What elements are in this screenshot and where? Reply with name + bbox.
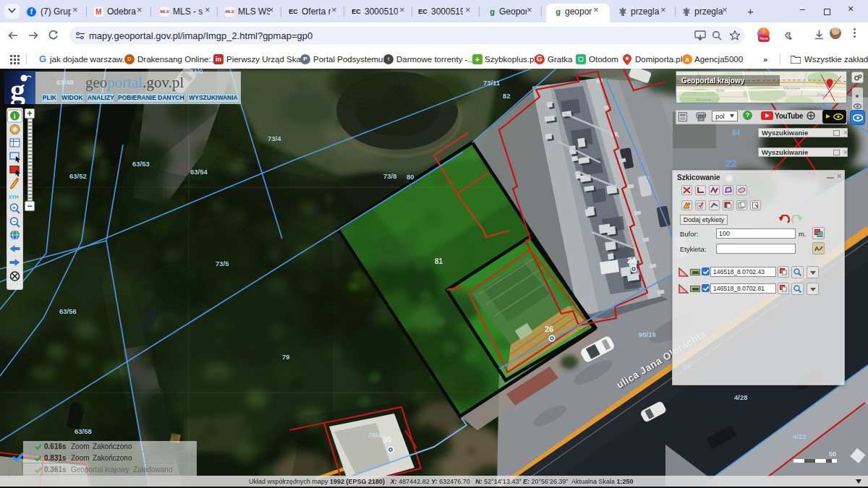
svg-text:XYH: XYH bbox=[9, 194, 19, 200]
svg-text:24: 24 bbox=[627, 256, 637, 265]
svg-text:4/28: 4/28 bbox=[734, 393, 748, 401]
svg-text:63/58: 63/58 bbox=[75, 427, 92, 435]
svg-text:26: 26 bbox=[545, 325, 553, 333]
svg-text:63/52: 63/52 bbox=[69, 172, 87, 180]
svg-text:30: 30 bbox=[383, 435, 391, 444]
svg-text:Warszawa: Warszawa bbox=[783, 86, 800, 90]
svg-text:63/56: 63/56 bbox=[59, 307, 77, 315]
svg-text:84: 84 bbox=[732, 129, 741, 137]
svg-text:79: 79 bbox=[282, 353, 290, 361]
svg-text:81: 81 bbox=[435, 257, 443, 265]
svg-text:73/8: 73/8 bbox=[383, 172, 397, 180]
svg-text:73/5: 73/5 bbox=[216, 260, 229, 267]
svg-text:73/4: 73/4 bbox=[268, 134, 281, 142]
svg-text:Bemowo: Bemowo bbox=[697, 98, 711, 102]
svg-text:22: 22 bbox=[725, 157, 737, 169]
svg-text:4/22: 4/22 bbox=[793, 432, 807, 440]
svg-text:50: 50 bbox=[829, 450, 836, 458]
svg-text:80: 80 bbox=[407, 173, 414, 181]
svg-text:A: A bbox=[814, 245, 820, 252]
svg-text:73/11: 73/11 bbox=[483, 79, 501, 87]
svg-text:82: 82 bbox=[503, 92, 511, 100]
svg-text:i: i bbox=[14, 112, 16, 120]
svg-text:WMS: WMS bbox=[698, 114, 707, 118]
svg-text:90/16: 90/16 bbox=[639, 330, 656, 338]
svg-text:g: g bbox=[10, 73, 25, 104]
svg-text:+: + bbox=[12, 205, 16, 211]
svg-text:63/54: 63/54 bbox=[190, 168, 208, 176]
svg-text:43: 43 bbox=[518, 301, 526, 309]
svg-text:Wola: Wola bbox=[716, 88, 725, 93]
svg-text:63/53: 63/53 bbox=[132, 160, 150, 168]
svg-text:78/4: 78/4 bbox=[368, 431, 382, 439]
svg-text:−: − bbox=[13, 218, 17, 225]
